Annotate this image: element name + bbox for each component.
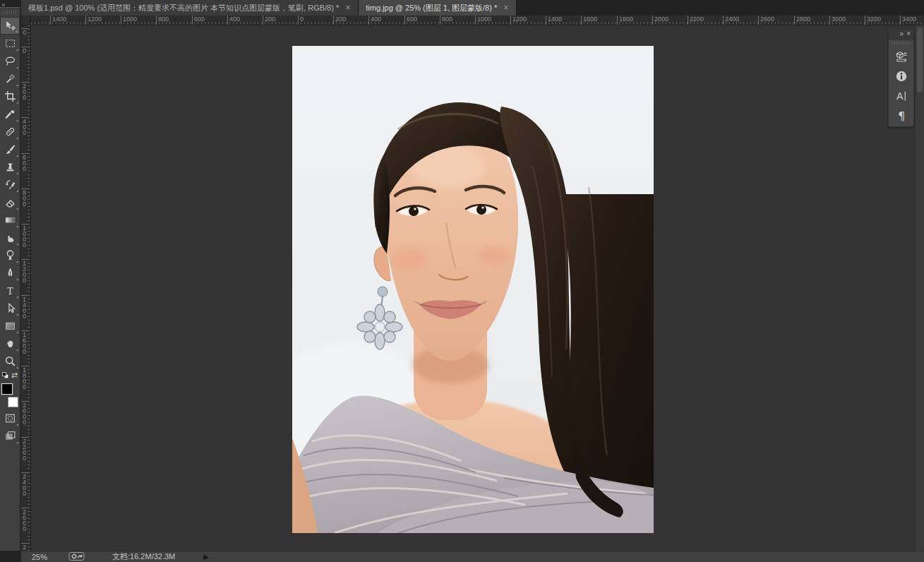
crop-icon — [4, 90, 16, 102]
photo-timg-portrait[interactable] — [292, 46, 654, 533]
tool-swap-colors[interactable]: ⇄ — [0, 370, 20, 381]
tool-clone-stamp[interactable] — [0, 158, 20, 176]
tool-magic-wand[interactable] — [0, 70, 20, 88]
vertical-scrollbar-thumb[interactable] — [917, 28, 923, 92]
ruler-tick-label: 2200 — [21, 437, 28, 461]
direct-selection-icon — [4, 302, 16, 314]
swap-colors-icon[interactable]: ⇄ — [11, 371, 18, 380]
screen-mode-icon — [4, 430, 16, 442]
ruler-tick-label: 400 — [21, 117, 28, 136]
ruler-tick-label: 1400 — [21, 295, 28, 319]
status-expander-icon[interactable]: ▶ — [203, 553, 209, 561]
tool-brush[interactable] — [0, 140, 20, 158]
3d-panel-icon[interactable] — [889, 47, 913, 66]
ruler-tick-label: 1200 — [21, 259, 28, 283]
dock-expand-icon[interactable]: » — [900, 30, 904, 37]
tools-list: T⇄ — [0, 17, 20, 445]
info-panel-icon[interactable] — [889, 66, 913, 86]
ruler-tick-label: 2000 — [652, 16, 668, 25]
tool-direct-selection[interactable] — [0, 299, 20, 317]
tab-timg-jpg[interactable]: timg.jpg @ 25% (图层 1, 图层蒙版/8) * × — [359, 0, 517, 16]
dock-close-icon[interactable]: × — [906, 30, 911, 37]
tool-hand[interactable] — [0, 335, 20, 352]
brush-icon — [4, 143, 16, 155]
ruler-tick-label: 2600 — [758, 16, 774, 25]
ruler-tick-label: 400 — [227, 16, 240, 25]
history-brush-icon — [4, 179, 16, 191]
ruler-tick-label: 1000 — [121, 16, 137, 25]
tool-smudge[interactable] — [0, 229, 20, 246]
document-size-info[interactable]: 文档:16.2M/32.3M — [112, 551, 175, 562]
tool-dodge[interactable] — [0, 246, 20, 264]
ruler-tick-label: 800 — [21, 189, 28, 207]
tool-eraser[interactable] — [0, 193, 20, 211]
tool-rectangular-marquee[interactable] — [0, 35, 20, 52]
status-sync-icon[interactable] — [68, 551, 85, 562]
ruler-left[interactable]: 0020040060080010001200140016001800200022… — [21, 25, 31, 551]
tab-title: timg.jpg @ 25% (图层 1, 图层蒙版/8) * — [366, 3, 497, 13]
gradient-icon — [4, 214, 16, 226]
ruler-tick-label: 200 — [263, 16, 275, 25]
tab-template-psd[interactable]: 模板1.psd @ 100% (适用范围：精度要求不高的图片 本节知识点图层蒙版… — [21, 0, 359, 16]
tool-history-brush[interactable] — [0, 176, 20, 193]
tool-eyedropper[interactable] — [0, 105, 20, 123]
rectangular-marquee-icon — [4, 37, 16, 49]
healing-brush-icon — [4, 126, 16, 138]
move-icon — [4, 20, 16, 32]
ruler-tick-label: 2800 — [21, 543, 28, 551]
canvas-pasteboard[interactable] — [31, 25, 915, 551]
ruler-tick-label: 600 — [21, 153, 28, 172]
ruler-tick-label: 1600 — [21, 330, 28, 354]
ruler-tick-label: 2800 — [794, 16, 810, 25]
right-panel-dock: » × A ¶ — [888, 28, 914, 127]
tool-move[interactable] — [0, 17, 20, 35]
tool-type[interactable]: T — [0, 282, 20, 299]
background-color-swatch[interactable] — [8, 397, 18, 407]
ruler-tick-label: 1800 — [617, 16, 633, 25]
ruler-tick-label: 1200 — [510, 16, 527, 25]
zoom-level-field[interactable]: 25% — [32, 553, 64, 561]
dock-grip-handle[interactable] — [892, 41, 910, 45]
character-panel-icon[interactable]: A — [889, 86, 913, 106]
ruler-tick-label: 2200 — [688, 16, 704, 25]
ruler-tick-label: 3200 — [865, 16, 881, 25]
tab-close-icon[interactable]: × — [344, 4, 351, 12]
tool-quick-mask[interactable] — [0, 409, 20, 427]
ruler-tick-label: 200 — [333, 16, 346, 25]
tool-crop[interactable] — [0, 88, 20, 105]
ruler-tick-label: 3000 — [829, 16, 846, 25]
document-tabbar: 模板1.psd @ 100% (适用范围：精度要求不高的图片 本节知识点图层蒙版… — [21, 0, 924, 16]
tool-zoom[interactable] — [0, 352, 20, 370]
ruler-tick-label: 800 — [440, 16, 452, 25]
tool-screen-mode[interactable] — [0, 427, 20, 445]
magic-wand-icon — [4, 73, 16, 85]
ruler-tick-label: 2400 — [723, 16, 739, 25]
ruler-top[interactable]: 1400120010008006004002000200400600800100… — [31, 16, 924, 25]
tool-color-swatches[interactable] — [0, 381, 20, 409]
paragraph-panel-icon[interactable]: ¶ — [889, 106, 913, 126]
tab-close-icon[interactable]: × — [503, 4, 509, 12]
ruler-tick-label: 1800 — [21, 366, 28, 390]
clone-stamp-icon — [4, 161, 16, 173]
foreground-color-swatch[interactable] — [1, 383, 13, 395]
hand-icon — [4, 337, 16, 349]
status-bar: 25% 文档:16.2M/32.3M ▶ — [21, 551, 924, 562]
ruler-tick-label: 0 — [21, 47, 28, 54]
dock-header: » × — [889, 29, 913, 40]
ruler-tick-label: 800 — [156, 16, 169, 25]
tool-rectangle-shape[interactable] — [0, 317, 20, 335]
ruler-origin-box[interactable] — [21, 16, 31, 25]
tools-grip-handle[interactable] — [3, 9, 17, 15]
ruler-tick-label: 400 — [368, 16, 381, 25]
svg-text:A: A — [896, 90, 904, 102]
tool-gradient[interactable] — [0, 211, 20, 229]
tool-healing-brush[interactable] — [0, 123, 20, 140]
default-colors-icon[interactable] — [2, 372, 8, 378]
ruler-tick-label: 1600 — [581, 16, 597, 25]
ruler-tick-label: 2000 — [21, 401, 28, 425]
tool-pen[interactable] — [0, 264, 20, 282]
ruler-tick-label: 0 — [21, 28, 28, 35]
tool-lasso[interactable] — [0, 52, 20, 70]
pen-icon — [4, 267, 16, 279]
vertical-scrollbar[interactable] — [915, 25, 924, 551]
